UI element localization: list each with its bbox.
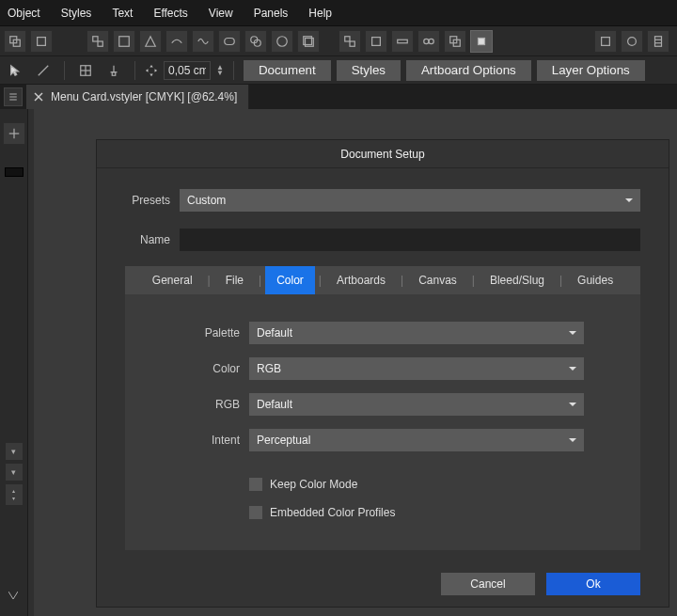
svg-rect-33 (112, 71, 116, 75)
tool-btn-right-3[interactable] (647, 30, 669, 53)
tool-btn-right-2[interactable] (621, 30, 643, 53)
dialog-tabstrip: General| File| Color| Artboards| Canvas|… (125, 266, 640, 294)
move-icon (145, 64, 158, 77)
tab-canvas[interactable]: Canvas (407, 266, 468, 294)
side-spin-2[interactable]: ▾ (6, 464, 23, 481)
cancel-button[interactable]: Cancel (441, 573, 535, 595)
measure-input[interactable] (164, 61, 211, 80)
name-input[interactable] (180, 229, 640, 251)
menu-item-effects[interactable]: Effects (153, 7, 187, 20)
tool-btn-7[interactable] (192, 30, 214, 53)
opt-artboard-button[interactable]: Artboard Options (406, 60, 531, 81)
rgb-label: RGB (172, 398, 240, 411)
close-tab-icon[interactable] (32, 90, 45, 103)
menu-item-styles[interactable]: Styles (61, 7, 92, 20)
svg-rect-5 (119, 36, 130, 46)
tool-btn-14[interactable] (391, 30, 414, 53)
tool-btn-2[interactable] (30, 30, 53, 53)
tool-btn-1[interactable] (4, 30, 26, 53)
tab-artboards[interactable]: Artboards (325, 266, 397, 294)
tab-color[interactable]: Color (265, 266, 315, 294)
svg-point-17 (424, 39, 429, 43)
tool-btn-9[interactable] (244, 30, 267, 53)
opt-line[interactable] (32, 59, 55, 82)
stepper-icon[interactable]: ▲▼ (216, 65, 224, 76)
palette-select[interactable]: Default (249, 322, 584, 344)
svg-rect-13 (345, 36, 350, 40)
intent-label: Intent (172, 434, 240, 447)
presets-select[interactable]: Custom (180, 189, 640, 212)
collapse-icon[interactable] (6, 588, 21, 603)
tool-btn-8[interactable] (218, 30, 241, 53)
embedded-profiles-checkbox[interactable] (249, 506, 262, 519)
svg-point-18 (429, 39, 433, 43)
dialog-title: Document Setup (97, 140, 669, 168)
palette-label: Palette (172, 326, 240, 340)
tab-general[interactable]: General (141, 266, 204, 294)
side-spin-1[interactable]: ▾ (6, 443, 23, 460)
icon-toolbar (0, 26, 677, 56)
tool-btn-16[interactable] (444, 30, 466, 53)
opt-cursor[interactable] (4, 59, 26, 82)
svg-rect-14 (350, 41, 354, 46)
opt-grid[interactable] (74, 59, 97, 82)
presets-label: Presets (125, 194, 170, 207)
svg-rect-4 (98, 41, 102, 46)
opt-document-button[interactable]: Document (244, 60, 331, 81)
color-swatch[interactable] (5, 167, 24, 177)
embedded-profiles-label: Embedded Color Profiles (270, 506, 395, 519)
svg-rect-21 (479, 38, 485, 44)
svg-line-27 (39, 65, 49, 75)
tool-btn-5[interactable] (139, 30, 162, 53)
tool-btn-12[interactable] (338, 30, 361, 53)
tool-btn-6[interactable] (165, 30, 188, 53)
menu-item-help[interactable]: Help (308, 7, 332, 20)
name-label: Name (125, 233, 170, 246)
document-setup-dialog: Document Setup Presets Custom Name Gener… (96, 139, 669, 608)
svg-point-23 (628, 37, 637, 45)
ok-button[interactable]: Ok (546, 573, 640, 595)
opt-anchor[interactable] (102, 59, 125, 82)
tool-btn-right-1[interactable] (594, 30, 617, 53)
tool-btn-13[interactable] (365, 30, 387, 53)
svg-rect-24 (655, 36, 662, 46)
intent-select[interactable]: Perceptual (249, 429, 584, 451)
menu-item-view[interactable]: View (209, 7, 233, 20)
svg-rect-15 (372, 37, 381, 45)
rgb-select[interactable]: Default (249, 393, 584, 416)
document-tab-bar: Menu Card.vstyler [CMYK] [@62.4%] (0, 85, 677, 109)
opt-layer-button[interactable]: Layer Options (537, 60, 645, 81)
canvas[interactable]: Document Setup Presets Custom Name Gener… (28, 109, 677, 616)
keep-color-mode-label: Keep Color Mode (270, 478, 357, 491)
svg-rect-7 (225, 38, 235, 44)
tool-btn-17[interactable] (470, 30, 493, 53)
svg-point-10 (277, 36, 288, 46)
tool-btn-11[interactable] (297, 30, 320, 53)
side-spin-3[interactable]: ▴▾ (6, 484, 23, 505)
option-bar: ▲▼ Document Styles Artboard Options Laye… (0, 56, 677, 85)
tool-sidebar: ▾ ▾ ▴▾ (0, 109, 28, 616)
svg-rect-22 (602, 37, 610, 45)
svg-rect-2 (38, 37, 46, 45)
side-tool-1[interactable] (3, 122, 25, 145)
tab-bleed-slug[interactable]: Bleed/Slug (479, 266, 556, 294)
menu-item-object[interactable]: Object (8, 7, 40, 20)
measure-field[interactable]: ▲▼ (145, 61, 224, 80)
document-tab[interactable]: Menu Card.vstyler [CMYK] [@62.4%] (26, 85, 249, 109)
menu-item-panels[interactable]: Panels (254, 7, 289, 20)
tool-btn-10[interactable] (271, 30, 293, 53)
tool-btn-15[interactable] (417, 30, 440, 53)
menu-item-text[interactable]: Text (112, 7, 133, 20)
panel-toggle-button[interactable] (4, 87, 23, 106)
opt-styles-button[interactable]: Styles (337, 60, 401, 81)
svg-rect-16 (398, 39, 408, 43)
color-select[interactable]: RGB (249, 357, 584, 380)
tool-btn-4[interactable] (113, 30, 135, 53)
tab-guides[interactable]: Guides (566, 266, 624, 294)
color-label: Color (172, 362, 240, 375)
tool-btn-3[interactable] (87, 30, 109, 53)
keep-color-mode-checkbox[interactable] (249, 478, 262, 491)
tab-file[interactable]: File (214, 266, 255, 294)
document-tab-label: Menu Card.vstyler [CMYK] [@62.4%] (51, 90, 237, 103)
svg-marker-6 (146, 36, 156, 46)
